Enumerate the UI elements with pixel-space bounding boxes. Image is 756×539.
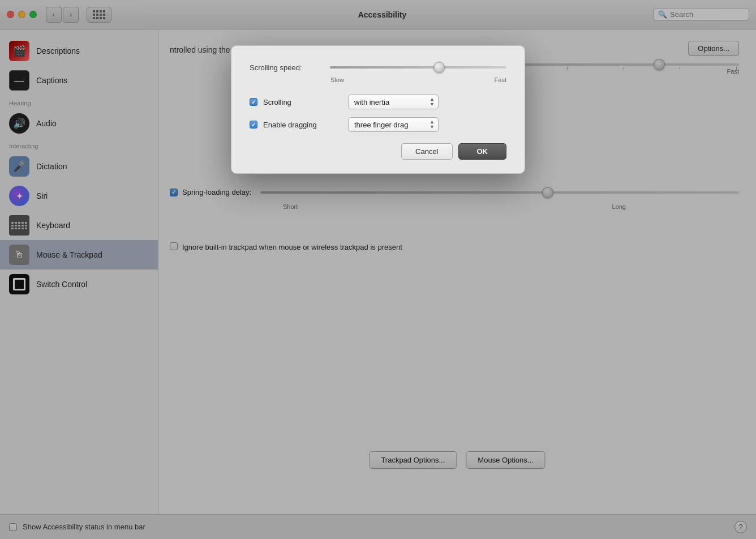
scrolling-select[interactable]: with inertia ▲ ▼ <box>348 95 439 109</box>
modal-buttons: Cancel OK <box>250 143 506 160</box>
scrolling-value: with inertia <box>354 98 389 106</box>
slow-label: Slow <box>330 76 344 83</box>
enable-dragging-checkbox[interactable] <box>250 121 257 129</box>
scrolling-checkbox[interactable] <box>250 98 257 106</box>
scrolling-speed-section: Scrolling speed: Slow Fast <box>250 62 506 83</box>
fast-label: Fast <box>495 76 506 83</box>
scrolling-label: Scrolling <box>263 98 342 106</box>
scrolling-speed-track <box>330 62 506 73</box>
scrolling-speed-rail <box>330 66 506 69</box>
cancel-button[interactable]: Cancel <box>401 143 452 160</box>
scrolling-speed-label: Scrolling speed: <box>250 63 323 72</box>
ok-button[interactable]: OK <box>458 143 507 160</box>
enable-dragging-value: three finger drag <box>354 121 408 129</box>
scrolling-speed-row: Scrolling speed: <box>250 62 506 73</box>
enable-dragging-label: Enable dragging <box>263 121 342 129</box>
enable-dragging-option-row: Enable dragging three finger drag ▲ ▼ <box>250 117 506 132</box>
trackpad-options-modal: Scrolling speed: Slow Fast Scrolling wit… <box>231 45 525 174</box>
scrolling-speed-thumb[interactable] <box>433 62 445 73</box>
modal-overlay: Scrolling speed: Slow Fast Scrolling wit… <box>0 0 756 539</box>
select-arrows-dragging: ▲ ▼ <box>429 119 435 130</box>
scrolling-option-row: Scrolling with inertia ▲ ▼ <box>250 95 506 109</box>
enable-dragging-select[interactable]: three finger drag ▲ ▼ <box>348 117 439 132</box>
select-arrows-scrolling: ▲ ▼ <box>429 97 435 107</box>
